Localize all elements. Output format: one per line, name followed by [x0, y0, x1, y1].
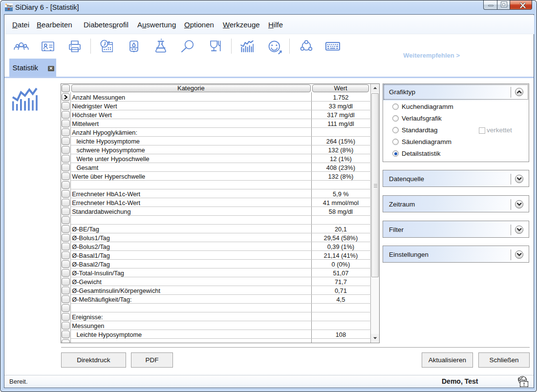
- svg-text:Diary: Diary: [7, 4, 13, 7]
